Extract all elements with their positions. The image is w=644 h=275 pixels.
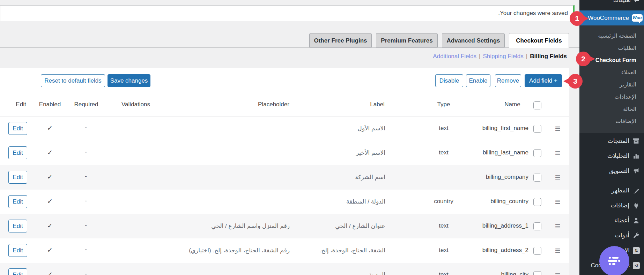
- drag-handle-icon[interactable]: ≡: [553, 147, 562, 159]
- settings-icon: ⇅: [633, 247, 640, 254]
- column-header-name: Name: [487, 101, 538, 108]
- enabled-check-icon: ✓: [45, 124, 55, 132]
- submenu-item-home[interactable]: الصفحة الرئيسية: [579, 30, 644, 42]
- sidebar-item-comments[interactable]: تعليقات: [579, 0, 644, 6]
- fields-subnav: Additional Fields|Shipping Fields|Billin…: [0, 53, 567, 60]
- sidebar-item-label: التحليلات: [607, 152, 629, 160]
- floating-menu-button[interactable]: [599, 246, 629, 275]
- subnav-shipping-fields[interactable]: Shipping Fields: [483, 53, 524, 60]
- row-checkbox[interactable]: [533, 125, 541, 133]
- sidebar-item-users[interactable]: أعضاء: [579, 213, 644, 228]
- select-all-checkbox[interactable]: [533, 101, 541, 109]
- drag-handle-icon[interactable]: ≡: [553, 269, 562, 275]
- edit-button[interactable]: Edit: [8, 122, 27, 135]
- edit-button[interactable]: Edit: [8, 195, 27, 208]
- label-value: الاسم الأخير: [265, 149, 385, 156]
- reset-to-default-button[interactable]: Reset to default fields: [41, 74, 105, 87]
- drag-handle-icon[interactable]: ≡: [553, 171, 562, 183]
- submenu-item-customers[interactable]: العملاء: [579, 66, 644, 78]
- sidebar-item-label: أعضاء: [614, 217, 629, 224]
- sidebar-item-analytics[interactable]: التحليلات: [579, 148, 644, 163]
- woocommerce-submenu: الصفحة الرئيسية الطلبات Checkout Form ال…: [579, 25, 644, 133]
- enable-button[interactable]: Enable: [466, 74, 490, 87]
- annotation-pin-2: 2: [576, 52, 591, 66]
- label-value: عنوان الشارع / الحي: [265, 222, 385, 230]
- table-row: Edit ✓ - الدولة / المنطقة country billin…: [0, 190, 569, 214]
- table-row: Edit ✓ - اسم الشركة billing_company ≡: [0, 165, 569, 190]
- column-header-enabled: Enabled: [34, 101, 66, 108]
- label-value: الاسم الأول: [265, 125, 385, 132]
- disable-button[interactable]: Disable: [435, 74, 463, 87]
- enabled-check-icon: ✓: [45, 246, 55, 254]
- drag-handle-icon[interactable]: ≡: [553, 220, 562, 232]
- edit-button[interactable]: Edit: [8, 171, 27, 184]
- sidebar-item-appearance[interactable]: المظهر: [579, 183, 644, 198]
- admin-sidebar: تعليقات Woo WooCommerce الصفحة الرئيسية …: [579, 0, 644, 275]
- row-checkbox[interactable]: [533, 198, 541, 206]
- tab-checkout-fields[interactable]: Checkout Fields: [509, 33, 569, 48]
- column-header-edit: Edit: [10, 101, 32, 108]
- subnav-additional-fields[interactable]: Additional Fields: [433, 53, 476, 60]
- sidebar-item-marketing[interactable]: التسويق: [579, 163, 644, 178]
- row-checkbox[interactable]: [533, 174, 541, 182]
- drag-handle-icon[interactable]: ≡: [553, 123, 562, 135]
- drag-handle-icon[interactable]: ≡: [553, 196, 562, 208]
- sidebar-item-label: تعليقات: [613, 0, 631, 3]
- sidebar-item-label: أدوات: [615, 232, 629, 239]
- submenu-item-orders[interactable]: الطلبات: [579, 42, 644, 54]
- required-value: -: [81, 222, 91, 229]
- edit-button[interactable]: Edit: [8, 220, 27, 232]
- column-header-label: Label: [356, 101, 399, 108]
- billing-fields-panel: Reset to default fields Save changes Dis…: [0, 68, 569, 275]
- column-header-required: Required: [70, 101, 103, 108]
- filter-bars-icon: [608, 257, 621, 266]
- analytics-icon: [632, 152, 640, 160]
- column-header-type: Type: [422, 101, 465, 108]
- plugins-icon: [632, 202, 640, 209]
- tab-advanced-settings[interactable]: Advanced Settings: [442, 33, 505, 47]
- saved-notice-text: .Your changes were saved: [498, 10, 568, 16]
- submenu-item-status[interactable]: الحالة: [579, 103, 644, 115]
- row-checkbox[interactable]: [533, 222, 541, 230]
- submenu-item-extensions[interactable]: الإضافات: [579, 115, 644, 127]
- edit-button[interactable]: Edit: [8, 244, 27, 257]
- label-value: الشقة، الجناح، الوحدة، إلخ.: [265, 247, 385, 254]
- enabled-check-icon: ✓: [45, 222, 55, 230]
- sidebar-item-label: المنتجات: [608, 137, 629, 145]
- row-checkbox[interactable]: [533, 247, 541, 255]
- enabled-check-icon: ✓: [45, 148, 55, 156]
- annotation-pin-3: 3: [568, 74, 583, 89]
- name-value: billing_address_1: [450, 222, 528, 229]
- edit-button[interactable]: Edit: [8, 268, 27, 275]
- drag-handle-icon[interactable]: ≡: [553, 245, 562, 257]
- column-header-placeholder: Placeholder: [230, 101, 317, 108]
- subnav-billing-fields[interactable]: Billing Fields: [530, 53, 567, 60]
- sidebar-item-woocommerce[interactable]: Woo WooCommerce: [579, 10, 644, 25]
- sidebar-item-plugins[interactable]: إضافات: [579, 198, 644, 213]
- marketing-icon: [632, 167, 640, 175]
- row-checkbox[interactable]: [533, 149, 541, 157]
- users-icon: [632, 217, 640, 224]
- name-value: billing_last_name: [450, 149, 528, 156]
- row-checkbox[interactable]: [533, 271, 541, 275]
- tab-other-free-plugins[interactable]: Other Free Plugins: [309, 33, 372, 47]
- required-value: -: [81, 197, 91, 204]
- sidebar-item-tools[interactable]: أدوات: [579, 228, 644, 243]
- edit-button[interactable]: Edit: [8, 146, 27, 159]
- name-value: billing_first_name: [450, 125, 528, 132]
- required-value: -: [81, 148, 91, 155]
- submenu-item-reports[interactable]: التقارير: [579, 78, 644, 91]
- sidebar-item-products[interactable]: المنتجات: [579, 133, 644, 148]
- saved-notice: .Your changes were saved: [0, 5, 575, 21]
- required-value: -: [81, 124, 91, 131]
- table-row: Edit ✓ - المدينة text billing_city ≡: [0, 263, 569, 275]
- submenu-item-settings[interactable]: الإعدادات: [579, 91, 644, 103]
- page: .Your changes were saved Other Free Plug…: [0, 0, 644, 275]
- comments-icon: [634, 0, 640, 3]
- save-changes-button[interactable]: Save changes: [108, 74, 150, 87]
- tab-premium-features[interactable]: Premium Features: [376, 33, 438, 47]
- add-field-button[interactable]: Add field +: [525, 74, 562, 87]
- remove-button[interactable]: Remove: [495, 74, 521, 87]
- products-icon: [632, 137, 640, 145]
- required-value: -: [81, 246, 91, 253]
